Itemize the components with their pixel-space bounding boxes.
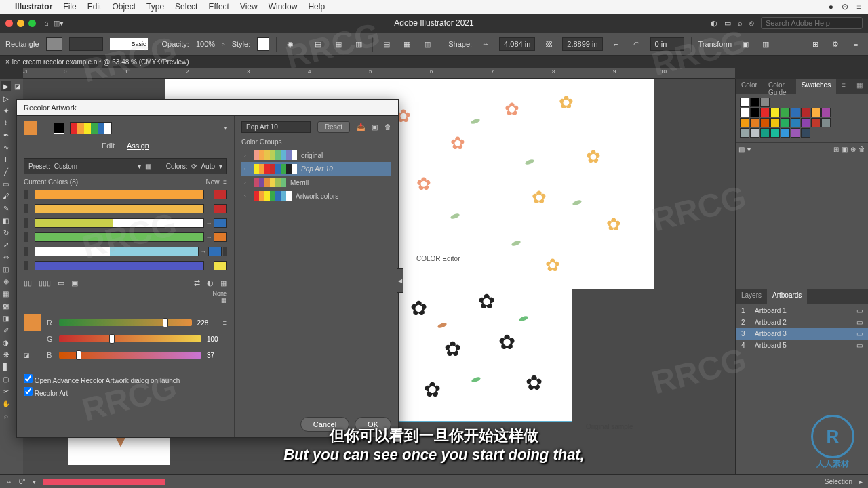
color-row[interactable]: →: [24, 217, 227, 229]
menu-object[interactable]: Object: [112, 2, 136, 12]
expand-handle-icon[interactable]: ◀: [397, 268, 403, 293]
color-group-row[interactable]: ›Artwork colors: [241, 189, 391, 203]
shape-builder-tool-icon[interactable]: ⊕: [1, 277, 11, 286]
color-group-row[interactable]: ›Merrill: [241, 176, 391, 189]
lasso-tool-icon[interactable]: ⌇: [1, 118, 11, 127]
paintbrush-tool-icon[interactable]: 🖌: [1, 191, 11, 201]
new-row-icon[interactable]: ▣: [71, 279, 78, 287]
color-row[interactable]: →: [24, 245, 227, 258]
type-tool-icon[interactable]: T: [1, 155, 11, 164]
r-value[interactable]: 228: [197, 319, 218, 327]
swatch-cell[interactable]: [750, 118, 760, 127]
separate-row-icon[interactable]: ▯▯▯: [39, 279, 51, 287]
opacity-value[interactable]: 100%: [196, 40, 215, 48]
swatch-cell[interactable]: [740, 118, 749, 127]
magic-wand-tool-icon[interactable]: ✦: [1, 106, 11, 115]
swatch-cell[interactable]: [801, 118, 810, 127]
delete-swatch-icon[interactable]: 🗑: [859, 146, 865, 153]
menu-file[interactable]: File: [63, 2, 76, 12]
preferences-icon[interactable]: ⚙: [829, 37, 842, 51]
swatch-cell[interactable]: [740, 128, 749, 138]
exclude-row-icon[interactable]: ▭: [58, 279, 64, 287]
swatch-cell[interactable]: [770, 108, 780, 117]
account-icon[interactable]: ◐: [711, 19, 717, 28]
color-row[interactable]: →: [24, 188, 227, 201]
swatch-cell[interactable]: [760, 108, 770, 117]
color-row[interactable]: →: [24, 203, 227, 215]
snap-pixel-icon[interactable]: ⊞: [808, 37, 822, 51]
corner-type-icon[interactable]: ◠: [630, 37, 644, 51]
preset-grid-icon[interactable]: ▦: [145, 163, 151, 170]
gradient-tool-icon[interactable]: ◨: [1, 313, 11, 323]
check-recolor-art[interactable]: Recolor Art: [24, 387, 227, 397]
symbol-sprayer-icon[interactable]: ❋: [1, 350, 11, 359]
new-group-icon[interactable]: ▣: [842, 146, 848, 153]
selection-tool-icon[interactable]: ▶: [1, 81, 11, 91]
tab-color-guide[interactable]: Color Guide: [763, 79, 796, 94]
swatch-cell[interactable]: [740, 98, 749, 107]
align-bottom-icon[interactable]: ▥: [420, 37, 434, 51]
b-slider[interactable]: [59, 352, 201, 359]
artboard-row[interactable]: 1Artboard 1▭: [736, 305, 868, 317]
swatch-cell[interactable]: [770, 128, 780, 138]
align-top-icon[interactable]: ▤: [380, 37, 393, 51]
scale-tool-icon[interactable]: ⤢: [1, 240, 11, 249]
align-left-icon[interactable]: ▤: [311, 37, 325, 51]
swatch-cell[interactable]: [811, 108, 821, 117]
panel-menu-icon[interactable]: ≡: [849, 37, 863, 51]
menu-edit[interactable]: Edit: [87, 2, 102, 12]
free-transform-tool-icon[interactable]: ◫: [1, 264, 11, 274]
gpu-icon[interactable]: ⎋: [749, 19, 754, 27]
recolor-icon[interactable]: ◉: [283, 37, 297, 51]
align-right-icon[interactable]: ▥: [352, 37, 366, 51]
artboard-row[interactable]: 3Artboard 3▭: [736, 328, 868, 340]
swatch-cell[interactable]: [811, 118, 821, 127]
r-slider[interactable]: [59, 319, 192, 326]
colors-value[interactable]: Auto: [201, 163, 215, 170]
artboard-row[interactable]: 4Artboard 5▭: [736, 340, 868, 351]
delete-group-icon[interactable]: 🗑: [384, 123, 391, 131]
save-group-icon[interactable]: 📥: [357, 123, 365, 131]
color-group-row[interactable]: ›original: [241, 148, 391, 162]
help-search-input[interactable]: [761, 17, 863, 29]
menu-view[interactable]: View: [240, 2, 258, 12]
none-swatch-icon[interactable]: [54, 123, 64, 134]
corner-icon[interactable]: ⌐: [610, 37, 623, 51]
active-color-swatch[interactable]: [24, 121, 37, 135]
graph-tool-icon[interactable]: ▋: [1, 362, 11, 371]
direct-selection-tool-icon[interactable]: ▷: [1, 94, 11, 103]
reset-button[interactable]: Reset: [317, 121, 350, 133]
menu-help[interactable]: Help: [308, 2, 325, 12]
new-group-from-icon[interactable]: ▣: [372, 123, 378, 131]
swatch-library-icon[interactable]: ▤: [738, 146, 745, 153]
artboard-selected[interactable]: [396, 289, 572, 422]
merge-row-icon[interactable]: ▯▯: [24, 279, 32, 287]
shape-height[interactable]: 2.8899 in: [562, 37, 602, 51]
swatch-menu-icon[interactable]: ▾: [747, 146, 751, 153]
cc-menu-icon[interactable]: ≡: [223, 178, 227, 186]
arrange-icon[interactable]: ▭: [724, 19, 731, 28]
list-view-icon[interactable]: ≡: [836, 79, 851, 94]
stroke-weight[interactable]: [69, 37, 103, 51]
search-icon[interactable]: ⌕: [738, 19, 743, 27]
color-row[interactable]: →: [24, 260, 227, 272]
rgb-menu-icon[interactable]: ≡: [223, 319, 227, 327]
menu-type[interactable]: Type: [146, 2, 164, 12]
width-tool-icon[interactable]: ⇔: [1, 252, 11, 262]
menu-window[interactable]: Window: [269, 2, 298, 12]
menu-select[interactable]: Select: [175, 2, 197, 12]
line-tool-icon[interactable]: ╱: [1, 167, 11, 176]
new-swatch-icon[interactable]: ⊕: [850, 146, 856, 153]
curvature-tool-icon[interactable]: ∿: [1, 142, 11, 152]
saturation-icon[interactable]: ◐: [207, 279, 214, 287]
color-group-select[interactable]: Pop Art 10: [241, 121, 311, 133]
swatch-cell[interactable]: [821, 108, 831, 117]
align-center-icon[interactable]: ▦: [332, 37, 345, 51]
color-group-row[interactable]: ›Pop Art 10: [241, 162, 391, 176]
tab-layers[interactable]: Layers: [736, 289, 767, 304]
swatch-cell[interactable]: [781, 128, 790, 138]
swatch-cell[interactable]: [791, 128, 800, 138]
preset-value[interactable]: Custom: [54, 163, 134, 170]
eyedropper-tool-icon[interactable]: ✐: [1, 325, 11, 335]
transform-link[interactable]: Transform: [698, 40, 732, 48]
